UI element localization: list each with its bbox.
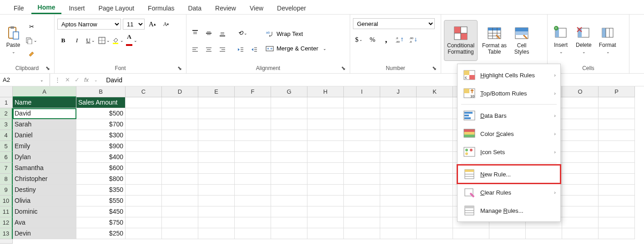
- cell[interactable]: Sarah: [13, 119, 76, 130]
- cell[interactable]: $400: [76, 152, 126, 163]
- cell[interactable]: [271, 119, 307, 130]
- font-color-button[interactable]: A⌄: [126, 35, 137, 46]
- cell[interactable]: [417, 217, 453, 228]
- cell[interactable]: Olivia: [13, 196, 76, 206]
- cell[interactable]: [162, 185, 198, 196]
- row-header[interactable]: 13: [0, 228, 13, 239]
- menu-clear-rules[interactable]: Clear Rules ›: [458, 183, 560, 201]
- cell[interactable]: [417, 152, 453, 163]
- cell[interactable]: [198, 130, 235, 141]
- cell[interactable]: [126, 163, 162, 174]
- cell[interactable]: [380, 163, 417, 174]
- cell[interactable]: $700: [76, 119, 126, 130]
- formula-input[interactable]: [102, 74, 644, 86]
- column-header[interactable]: H: [307, 86, 344, 97]
- insert-cells-button[interactable]: + Insert⌄: [550, 20, 571, 61]
- cell[interactable]: [271, 174, 307, 185]
- font-dialog-launcher[interactable]: ⬊: [177, 65, 182, 70]
- row-header[interactable]: 6: [0, 152, 13, 163]
- orientation-button[interactable]: ⟲⌄: [236, 27, 248, 39]
- cell[interactable]: [344, 174, 380, 185]
- cell[interactable]: Devin: [13, 228, 76, 239]
- align-center-button[interactable]: [203, 44, 215, 55]
- font-size-select[interactable]: 11: [123, 19, 145, 30]
- column-header[interactable]: F: [235, 86, 271, 97]
- cell[interactable]: [599, 108, 635, 119]
- cell[interactable]: Sales Amount: [76, 97, 126, 108]
- cell[interactable]: [126, 108, 162, 119]
- merge-center-button[interactable]: Merge & Center ⌄: [262, 43, 330, 55]
- menu-color-scales[interactable]: Color Scales ›: [458, 125, 560, 143]
- tab-formulas[interactable]: Formulas: [141, 2, 181, 14]
- cell[interactable]: [235, 152, 271, 163]
- cell[interactable]: [562, 152, 599, 163]
- name-box[interactable]: ⌄: [0, 74, 50, 86]
- conditional-formatting-button[interactable]: Conditional Formatting: [444, 20, 478, 61]
- cell[interactable]: [162, 163, 198, 174]
- chevron-down-icon[interactable]: ⌄: [92, 78, 100, 82]
- tab-developer[interactable]: Developer: [271, 2, 312, 14]
- cell[interactable]: [380, 228, 417, 239]
- cell[interactable]: [162, 174, 198, 185]
- cell[interactable]: [344, 196, 380, 206]
- cell[interactable]: [599, 152, 635, 163]
- row-header[interactable]: 3: [0, 119, 13, 130]
- cell[interactable]: [307, 163, 344, 174]
- cell[interactable]: [307, 108, 344, 119]
- cell[interactable]: [162, 228, 198, 239]
- percent-format-button[interactable]: %: [367, 34, 378, 45]
- paste-button[interactable]: Paste⌄: [3, 20, 24, 61]
- cell[interactable]: [417, 196, 453, 206]
- cell[interactable]: Emily: [13, 141, 76, 152]
- cell[interactable]: [599, 97, 635, 108]
- copy-button[interactable]: ⌄: [25, 35, 37, 46]
- column-header[interactable]: D: [162, 86, 198, 97]
- cell[interactable]: [562, 196, 599, 206]
- cell[interactable]: [599, 228, 635, 239]
- cell[interactable]: [344, 108, 380, 119]
- cell[interactable]: [198, 228, 235, 239]
- cell[interactable]: [126, 185, 162, 196]
- cell[interactable]: [599, 119, 635, 130]
- alignment-dialog-launcher[interactable]: ⬊: [341, 65, 346, 70]
- underline-button[interactable]: U⌄: [85, 35, 96, 46]
- cell[interactable]: [562, 185, 599, 196]
- cell[interactable]: [271, 206, 307, 217]
- cell[interactable]: [307, 130, 344, 141]
- cell[interactable]: [235, 174, 271, 185]
- cell[interactable]: [562, 97, 599, 108]
- cell[interactable]: [307, 174, 344, 185]
- cell[interactable]: Christopher: [13, 174, 76, 185]
- cell[interactable]: [271, 130, 307, 141]
- cell[interactable]: [198, 217, 235, 228]
- fx-icon[interactable]: fx: [82, 76, 91, 83]
- cell[interactable]: Dominic: [13, 206, 76, 217]
- cell[interactable]: [417, 119, 453, 130]
- row-header[interactable]: 12: [0, 217, 13, 228]
- cell[interactable]: [307, 206, 344, 217]
- cell[interactable]: $800: [76, 174, 126, 185]
- cancel-icon[interactable]: ✕: [63, 76, 72, 83]
- cell[interactable]: [198, 174, 235, 185]
- row-header[interactable]: 8: [0, 174, 13, 185]
- options-icon[interactable]: ⋮: [53, 76, 62, 83]
- cell[interactable]: [198, 185, 235, 196]
- cell[interactable]: [417, 130, 453, 141]
- cell[interactable]: [307, 185, 344, 196]
- cell[interactable]: [417, 228, 453, 239]
- cell[interactable]: Ava: [13, 217, 76, 228]
- cell[interactable]: [198, 108, 235, 119]
- cell[interactable]: [562, 119, 599, 130]
- name-box-input[interactable]: [3, 76, 39, 83]
- column-header[interactable]: G: [271, 86, 307, 97]
- wrap-text-button[interactable]: ab Wrap Text: [262, 28, 330, 40]
- column-header[interactable]: P: [599, 86, 635, 97]
- tab-home[interactable]: Home: [31, 2, 62, 14]
- cell[interactable]: [562, 206, 599, 217]
- borders-button[interactable]: ⌄: [98, 35, 110, 46]
- cell[interactable]: [344, 97, 380, 108]
- cell-styles-button[interactable]: Cell Styles: [511, 20, 532, 61]
- cell[interactable]: [235, 228, 271, 239]
- cell[interactable]: [271, 217, 307, 228]
- cell[interactable]: [453, 228, 489, 239]
